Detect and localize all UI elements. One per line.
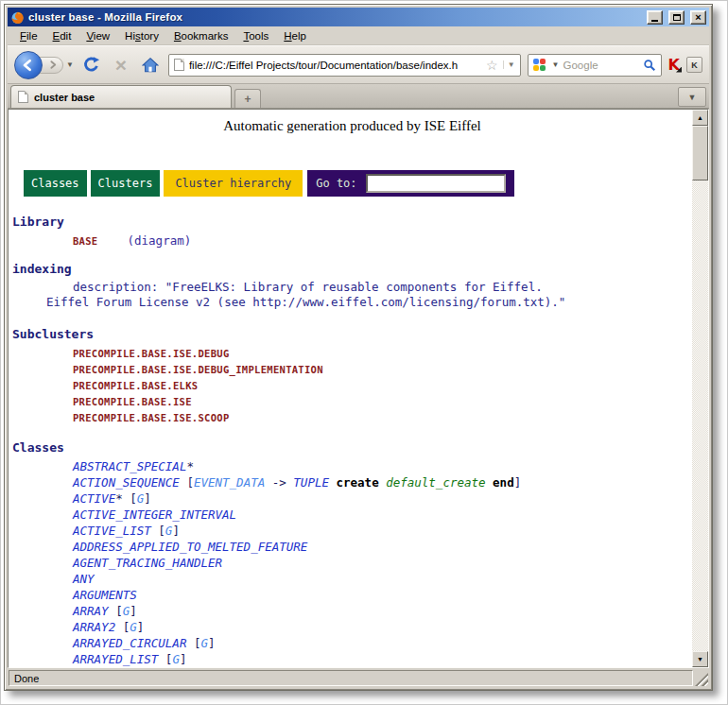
- firefox-icon[interactable]: [10, 10, 25, 25]
- navigation-toolbar: ▼ × file:///C:/Eiffel Projects/tour/Docu…: [8, 45, 709, 84]
- class-text: EVENT_DATA: [194, 475, 265, 490]
- library-base-link[interactable]: BASE: [73, 235, 98, 247]
- search-bar[interactable]: ▼ Google: [528, 54, 662, 77]
- library-diagram-link[interactable]: (diagram): [128, 233, 192, 248]
- url-dropdown-button[interactable]: ▼: [503, 60, 515, 69]
- class-list-item[interactable]: ARRAY2 [G]: [73, 619, 692, 635]
- tab-list-dropdown-button[interactable]: ▼: [678, 87, 706, 107]
- class-text: [: [115, 620, 130, 634]
- cluster-hierarchy-button[interactable]: Cluster hierarchy: [164, 170, 303, 197]
- class-text: [: [180, 475, 194, 490]
- class-link[interactable]: ACTIVE_LIST: [73, 524, 151, 538]
- kaspersky-icon[interactable]: K: [668, 58, 680, 73]
- class-list-item[interactable]: ACTIVE* [G]: [73, 490, 692, 507]
- scrollbar-thumb[interactable]: [692, 126, 708, 181]
- class-list-item[interactable]: AGENT_TRACING_HANDLER: [73, 555, 692, 571]
- class-list-item[interactable]: ARRAYED_LIST [G]: [73, 651, 692, 667]
- scroll-up-button[interactable]: ▲: [692, 110, 708, 126]
- subcluster-list: PRECOMPILE.BASE.ISE.DEBUG PRECOMPILE.BAS…: [12, 346, 692, 426]
- url-input[interactable]: file:///C:/Eiffel Projects/tour/Document…: [189, 60, 481, 71]
- class-text: [486, 475, 494, 490]
- menu-item[interactable]: History: [117, 28, 166, 43]
- virtual-keyboard-button[interactable]: K: [686, 57, 702, 73]
- forward-arrow-icon: [47, 60, 58, 70]
- class-link[interactable]: ACTIVE: [73, 491, 115, 506]
- class-link[interactable]: ARRAY2: [73, 620, 115, 634]
- minimize-button[interactable]: [647, 10, 663, 25]
- tab-cluster-base[interactable]: cluster base: [10, 85, 232, 108]
- tab-label: cluster base: [34, 92, 95, 103]
- vertical-scrollbar[interactable]: ▲ ▼: [692, 110, 708, 667]
- class-link[interactable]: ARRAYED_LIST: [73, 652, 158, 666]
- back-button[interactable]: [14, 51, 43, 79]
- class-link[interactable]: ARRAYED_CIRCULAR: [73, 636, 186, 650]
- class-list-item[interactable]: ACTIVE_LIST [G]: [73, 523, 692, 539]
- class-link[interactable]: ACTION_SEQUENCE: [73, 475, 180, 490]
- clusters-button[interactable]: Clusters: [91, 170, 161, 197]
- menu-item[interactable]: Bookmarks: [166, 28, 236, 43]
- menu-item[interactable]: File: [12, 28, 45, 43]
- class-list-item[interactable]: ANY: [73, 571, 692, 587]
- class-link[interactable]: ARRAY: [73, 604, 109, 618]
- class-link[interactable]: TUPLE: [293, 475, 329, 490]
- class-link[interactable]: ARGUMENTS: [73, 588, 137, 602]
- class-list-item[interactable]: ARRAYED_CIRCULAR [G]: [73, 635, 692, 651]
- class-text: [: [186, 636, 200, 650]
- search-input[interactable]: Google: [563, 60, 639, 71]
- indexing-description-line1: description: "FreeELKS: Library of reusa…: [73, 280, 692, 295]
- new-tab-button[interactable]: +: [234, 89, 261, 108]
- class-link[interactable]: ABSTRACT_SPECIAL: [73, 459, 186, 473]
- search-magnifier-icon[interactable]: [643, 59, 656, 72]
- class-text: [: [109, 604, 123, 618]
- subcluster-link[interactable]: PRECOMPILE.BASE.ISE: [73, 394, 692, 410]
- scrollbar-track[interactable]: [692, 181, 708, 651]
- location-bar[interactable]: file:///C:/Eiffel Projects/tour/Document…: [168, 54, 521, 77]
- class-list-item[interactable]: ACTION_SEQUENCE [EVENT_DATA -> TUPLE cre…: [73, 474, 692, 490]
- window-title: cluster base - Mozilla Firefox: [28, 11, 641, 23]
- menu-item[interactable]: Tools: [235, 28, 276, 43]
- goto-box: Go to:: [307, 170, 513, 197]
- class-list-item[interactable]: ARGUMENTS: [73, 587, 692, 603]
- class-link[interactable]: AGENT_TRACING_HANDLER: [73, 556, 222, 570]
- menu-item[interactable]: View: [78, 28, 117, 43]
- status-bar: Done: [8, 668, 709, 687]
- reload-button[interactable]: [80, 52, 103, 78]
- class-list-item[interactable]: ARRAY [G]: [73, 603, 692, 619]
- menu-item[interactable]: Help: [276, 28, 314, 43]
- class-text: [: [151, 524, 165, 538]
- back-history-dropdown[interactable]: ▼: [66, 60, 74, 69]
- class-list-item[interactable]: ADDRESS_APPLIED_TO_MELTED_FEATURE: [73, 539, 692, 555]
- maximize-button[interactable]: [668, 10, 685, 25]
- class-list-item[interactable]: ACTIVE_INTEGER_INTERVAL: [73, 507, 692, 523]
- class-link[interactable]: ANY: [73, 572, 95, 586]
- stop-button[interactable]: ×: [110, 52, 132, 78]
- tab-bar: cluster base + ▼: [8, 84, 709, 109]
- menu-item[interactable]: Edit: [45, 28, 79, 43]
- close-icon: ×: [695, 12, 701, 23]
- class-text: ]: [144, 491, 151, 506]
- home-button[interactable]: [139, 52, 162, 78]
- class-text: end: [493, 475, 514, 490]
- goto-input[interactable]: [366, 174, 506, 193]
- minimize-icon: [651, 20, 658, 22]
- bookmark-star-icon[interactable]: ☆: [486, 59, 498, 72]
- class-list-item[interactable]: ABSTRACT_SPECIAL*: [73, 458, 692, 474]
- subcluster-link[interactable]: PRECOMPILE.BASE.ELKS: [73, 378, 692, 394]
- class-text: [: [158, 652, 172, 666]
- class-text: [329, 475, 337, 490]
- class-link[interactable]: ACTIVE_INTEGER_INTERVAL: [73, 507, 236, 522]
- subcluster-link[interactable]: PRECOMPILE.BASE.ISE.DEBUG_IMPLEMENTATION: [73, 362, 692, 378]
- subcluster-link[interactable]: PRECOMPILE.BASE.ISE.DEBUG: [73, 346, 692, 362]
- class-text: ]: [180, 652, 187, 666]
- classes-button[interactable]: Classes: [24, 170, 87, 197]
- subcluster-link[interactable]: PRECOMPILE.BASE.ISE.SCOOP: [73, 410, 692, 426]
- scroll-down-button[interactable]: ▼: [692, 651, 708, 667]
- search-engine-dropdown[interactable]: ▼: [552, 60, 560, 69]
- class-text: G: [130, 620, 137, 634]
- close-button[interactable]: ×: [690, 10, 706, 25]
- browser-viewport: Automatic generation produced by ISE Eif…: [8, 109, 709, 668]
- title-bar: cluster base - Mozilla Firefox ×: [8, 8, 709, 26]
- class-link[interactable]: ADDRESS_APPLIED_TO_MELTED_FEATURE: [73, 540, 307, 554]
- resize-grip[interactable]: [695, 673, 708, 686]
- reload-icon: [82, 56, 100, 74]
